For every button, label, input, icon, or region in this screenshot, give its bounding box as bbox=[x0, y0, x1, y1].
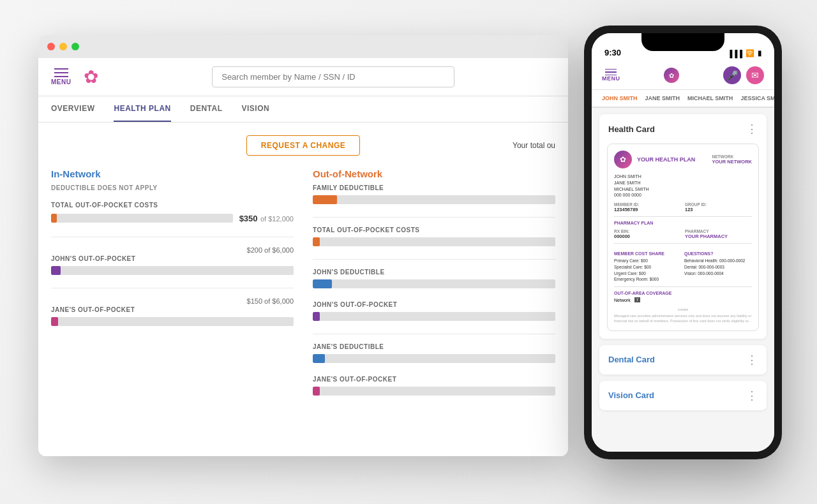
request-change-button[interactable]: REQUEST A CHANGE bbox=[246, 135, 360, 156]
in-network-section: In-Network DEDUCTIBLE DOES NOT APPLY TOT… bbox=[51, 168, 294, 408]
vision-card-menu-icon[interactable]: ⋮ bbox=[746, 389, 758, 403]
jane-oop-bar-fill-in bbox=[51, 317, 58, 326]
john-oop-value-in: $200 of $6,000 bbox=[247, 246, 294, 266]
hc-member-2: JANE SMITH bbox=[614, 180, 752, 186]
tab-overview[interactable]: OVERVIEW bbox=[51, 96, 94, 122]
in-network-total-oop: TOTAL OUT-OF-POCKET COSTS $350 of $12,00… bbox=[51, 202, 294, 224]
hc-group-id-value: 123 bbox=[685, 207, 752, 212]
hc-out-area-title: Out-of-Area Coverage bbox=[614, 291, 752, 295]
member-tab-michael[interactable]: MICHAEL SMITH bbox=[687, 90, 733, 108]
hc-member-id: MEMBER ID: 123456789 bbox=[614, 202, 681, 212]
phone-header-icons: 🎤 ✉ bbox=[723, 66, 764, 84]
hc-member-4: 000 000 0000 bbox=[614, 192, 752, 198]
phone-notch bbox=[641, 33, 724, 51]
hc-network-label: Network bbox=[712, 154, 753, 159]
divider-in-2 bbox=[51, 288, 294, 288]
scene: MENU ✿ OVERVIEW HEALTH PLAN DENTAL VISIO… bbox=[0, 0, 817, 504]
menu-section[interactable]: MENU bbox=[51, 68, 71, 85]
hc-logo-icon: ✿ bbox=[614, 151, 632, 168]
hc-rx-bin-label: RX BIN: bbox=[614, 229, 681, 233]
browser-dot-green[interactable] bbox=[71, 43, 79, 50]
divider-in-1 bbox=[51, 237, 294, 237]
phone-logo: ✿ bbox=[664, 68, 679, 83]
hc-member-id-value: 123456789 bbox=[614, 207, 681, 212]
app-header: MENU ✿ bbox=[38, 58, 568, 96]
health-card-header: Health Card ⋮ bbox=[599, 114, 767, 144]
browser-content: MENU ✿ OVERVIEW HEALTH PLAN DENTAL VISIO… bbox=[38, 58, 568, 456]
hc-cost-share-title: Member Cost Share bbox=[614, 251, 682, 256]
out-network-section: Out-of-Network FAMILY DEDUCTIBLE TOTAL O… bbox=[313, 168, 555, 408]
hc-questions-title: Questions? bbox=[684, 251, 752, 256]
john-ded-label: JOHN'S DEDUCTIBLE bbox=[313, 269, 555, 276]
divider-out-2 bbox=[313, 259, 555, 260]
hc-disclaimer: Managed care provides administrative ser… bbox=[614, 314, 752, 323]
phone-notification-icon[interactable]: ✉ bbox=[746, 66, 764, 84]
vision-card-title[interactable]: Vision Card bbox=[608, 390, 654, 400]
health-card-menu-icon[interactable]: ⋮ bbox=[746, 122, 758, 136]
hc-rx-bin-value: 000000 bbox=[614, 233, 681, 239]
john-oop-out: JOHN'S OUT-OF-POCKET bbox=[313, 301, 555, 321]
status-time: 9:30 bbox=[604, 48, 621, 57]
family-ded-label: FAMILY DEDUCTIBLE bbox=[313, 184, 555, 191]
phone-hamburger-icon[interactable] bbox=[605, 69, 617, 76]
hc-cost-share: Member Cost Share Primary Care: $00 Spec… bbox=[614, 248, 682, 283]
search-input[interactable] bbox=[212, 66, 454, 87]
hc-specialist: Specialist Care: $00 bbox=[614, 264, 682, 271]
signal-icon: ▐▐▐ bbox=[728, 50, 742, 57]
hc-primary-care: Primary Care: $00 bbox=[614, 258, 682, 264]
total-oop-bar-container-in bbox=[51, 214, 233, 223]
logo-flower-icon: ✿ bbox=[84, 66, 98, 87]
member-tabs: JOHN SMITH JANE SMITH MICHAEL SMITH JESS… bbox=[592, 90, 774, 108]
hc-divider-1 bbox=[614, 216, 752, 217]
hc-urgent-care: Urgent Care: $00 bbox=[614, 271, 682, 277]
hamburger-icon[interactable] bbox=[54, 68, 68, 77]
john-ded-bar-container bbox=[313, 279, 555, 288]
tab-health-plan[interactable]: HEALTH PLAN bbox=[114, 96, 170, 122]
john-oop-bar-container-in bbox=[51, 266, 294, 275]
hc-dental: Dental: 000-000-0003 bbox=[684, 264, 752, 271]
john-oop-bar-fill-out bbox=[313, 312, 320, 321]
hc-emergency: Emergency Room: $000 bbox=[614, 276, 682, 283]
dental-card-section: Dental Card ⋮ bbox=[599, 345, 767, 374]
tab-dental[interactable]: DENTAL bbox=[190, 96, 223, 122]
member-tab-jane[interactable]: JANE SMITH bbox=[645, 90, 680, 108]
tab-vision[interactable]: VISION bbox=[242, 96, 270, 122]
jane-ded-bar-fill bbox=[313, 354, 325, 363]
hc-members: JOHN SMITH JANE SMITH MICHAEL SMITH 000 … bbox=[614, 174, 752, 198]
phone-menu-label: MENU bbox=[602, 75, 620, 82]
john-ded-out: JOHN'S DEDUCTIBLE bbox=[313, 269, 555, 288]
dental-card-title[interactable]: Dental Card bbox=[608, 355, 655, 364]
hc-plan-name: YOUR HEALTH PLAN bbox=[637, 156, 695, 163]
health-card-section: Health Card ⋮ ✿ YOUR HEALTH PLAN bbox=[599, 114, 767, 339]
jane-ded-out: JANE'S DEDUCTIBLE bbox=[313, 343, 555, 363]
tabs-bar: OVERVIEW HEALTH PLAN DENTAL VISION bbox=[38, 96, 568, 122]
john-ded-bar-fill bbox=[313, 279, 332, 288]
health-card-image: ✿ YOUR HEALTH PLAN Network YOUR NETWORK bbox=[607, 144, 759, 331]
dental-card-menu-icon[interactable]: ⋮ bbox=[746, 353, 758, 367]
wifi-icon: 🛜 bbox=[746, 49, 754, 57]
hc-cost-grid: Member Cost Share Primary Care: $00 Spec… bbox=[614, 248, 752, 283]
member-tab-john[interactable]: JOHN SMITH bbox=[602, 90, 638, 108]
total-oop-bar-container-out bbox=[313, 237, 555, 246]
in-network-title: In-Network bbox=[51, 168, 294, 179]
phone-mic-icon[interactable]: 🎤 bbox=[723, 66, 741, 84]
phone-screen: 9:30 ▐▐▐ 🛜 ▮ MENU ✿ bbox=[592, 33, 774, 452]
hc-group-id-label: GROUP ID: bbox=[685, 202, 752, 207]
content-columns: In-Network DEDUCTIBLE DOES NOT APPLY TOT… bbox=[51, 168, 555, 408]
browser-dot-red[interactable] bbox=[47, 43, 55, 50]
hc-vision: Vision: 000-000-0004 bbox=[684, 271, 752, 277]
family-ded-out: FAMILY DEDUCTIBLE bbox=[313, 184, 555, 204]
hc-network-out-label: Network bbox=[614, 298, 631, 302]
phone-menu-section[interactable]: MENU bbox=[602, 69, 620, 82]
hc-divider-2 bbox=[614, 243, 752, 244]
request-change-row: REQUEST A CHANGE Your total ou bbox=[51, 135, 555, 156]
jane-oop-bar-container-out bbox=[313, 387, 555, 396]
member-tab-jessica[interactable]: JESSICA SMITH bbox=[740, 90, 774, 108]
browser-dot-yellow[interactable] bbox=[59, 43, 67, 50]
john-oop-label-out: JOHN'S OUT-OF-POCKET bbox=[313, 301, 555, 308]
jane-oop-label-out: JANE'S OUT-OF-POCKET bbox=[313, 376, 555, 383]
hc-questions: Questions? Behavioral Health: 000-000-00… bbox=[684, 248, 752, 283]
divider-out-3 bbox=[313, 334, 555, 334]
john-oop-label-in: JOHN'S OUT-OF-POCKET bbox=[51, 255, 135, 262]
hc-network-badge: T bbox=[634, 297, 641, 302]
